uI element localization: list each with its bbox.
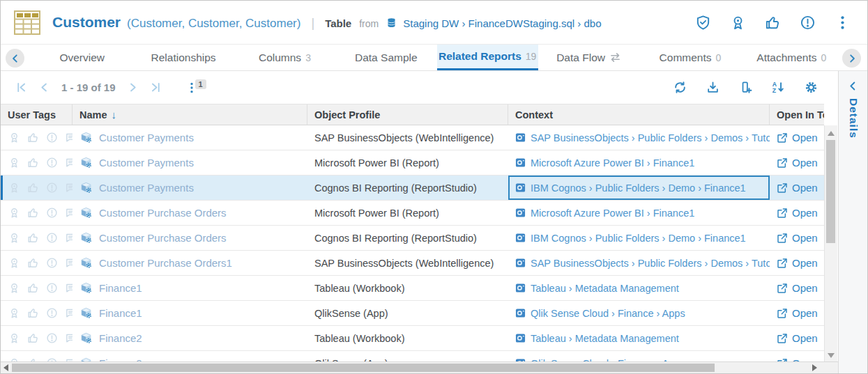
horizontal-scrollbar[interactable] (1, 361, 839, 373)
header-actions (695, 15, 856, 31)
tab-attachments[interactable]: Attachments0 (741, 45, 842, 70)
report-name-link[interactable]: Finance1 (99, 282, 142, 294)
report-name-link[interactable]: Customer Purchase Orders1 (99, 257, 232, 269)
open-link[interactable]: Open (792, 132, 818, 143)
report-name-link[interactable]: Customer Payments (99, 132, 194, 143)
tabs-scroll-left-button[interactable] (6, 49, 24, 68)
scroll-left-arrow[interactable] (3, 364, 8, 371)
view-options-button[interactable]: 1 (185, 81, 198, 94)
first-page-button[interactable] (15, 81, 27, 93)
tab-relationships[interactable]: Relationships (132, 45, 234, 70)
scroll-right-arrow[interactable] (812, 364, 817, 371)
thumbs-up-button[interactable] (765, 15, 781, 31)
open-link[interactable]: Open (792, 307, 818, 319)
open-link[interactable]: Open (792, 207, 818, 219)
tab-data-sample[interactable]: Data Sample (335, 45, 436, 70)
tab-label: Columns (259, 52, 301, 64)
alert-circle-button[interactable] (800, 15, 816, 31)
column-header-context[interactable]: Context (508, 104, 770, 125)
expand-details-chevron-icon[interactable] (848, 81, 858, 91)
context-breadcrumb-link[interactable]: Tableau › Metadata Management (531, 333, 679, 344)
table-row[interactable]: Customer PaymentsSAP BusinessObjects (We… (1, 125, 824, 150)
open-link[interactable]: Open (792, 232, 818, 244)
add-column-button[interactable] (739, 81, 752, 94)
table-row[interactable]: Customer PaymentsCognos BI Reporting (Re… (1, 176, 824, 201)
details-rail-label[interactable]: Details (847, 98, 860, 139)
sort-az-button[interactable]: AZ (772, 81, 785, 94)
table-row[interactable]: Customer Purchase Orders1SAP BusinessObj… (1, 251, 824, 276)
scroll-down-arrow[interactable] (828, 353, 835, 358)
name-cell: Finance2 (73, 326, 307, 350)
table-row[interactable]: Finance1Tableau (Workbook)Tableau › Meta… (1, 276, 824, 301)
column-header-object-profile[interactable]: Object Profile (307, 104, 508, 125)
refresh-button[interactable] (673, 81, 687, 94)
tabs-scroll-right-button[interactable] (842, 49, 861, 68)
external-link-icon (777, 233, 788, 244)
tab-overview[interactable]: Overview (31, 45, 132, 70)
report-name-link[interactable]: Finance1 (99, 307, 142, 319)
vertical-scrollbar[interactable] (824, 125, 837, 364)
tab-columns[interactable]: Columns3 (234, 45, 335, 70)
user-tags-cell (1, 176, 73, 200)
prev-page-button[interactable] (38, 81, 50, 93)
table-body: Customer PaymentsSAP BusinessObjects (We… (1, 125, 824, 364)
column-header-name[interactable]: Name ↓ (73, 104, 307, 125)
table-row[interactable]: Customer PaymentsMicrosoft Power BI (Rep… (1, 150, 824, 176)
tab-comments[interactable]: Comments0 (639, 45, 740, 70)
table-row[interactable]: Customer Purchase OrdersCognos BI Report… (1, 226, 824, 251)
column-label: Context (515, 109, 553, 120)
context-breadcrumb-link[interactable]: Microsoft Azure Power BI › Finance1 (531, 157, 694, 169)
alert-circle-icon (46, 257, 58, 269)
open-link[interactable]: Open (792, 182, 818, 194)
horizontal-scrollbar-thumb[interactable] (12, 364, 715, 372)
alert-circle-icon (46, 332, 58, 344)
object-profile-cell: SAP BusinessObjects (WebIntelligence) (307, 251, 508, 275)
table-row[interactable]: Finance2Tableau (Workbook)Tableau › Meta… (1, 326, 824, 351)
tab-related-reports[interactable]: Related Reports19 (437, 45, 538, 70)
last-page-button[interactable] (150, 81, 162, 93)
report-name-link[interactable]: Customer Purchase Orders (99, 232, 227, 244)
tab-label: Attachments (756, 52, 816, 64)
report-name-link[interactable]: Customer Payments (99, 157, 194, 169)
context-breadcrumb-link[interactable]: SAP BusinessObjects › Public Folders › D… (531, 258, 770, 269)
report-name-link[interactable]: Customer Payments (99, 182, 194, 194)
context-breadcrumb-link[interactable]: Qlik Sense Cloud › Finance › Apps (531, 308, 685, 319)
scroll-up-arrow[interactable] (828, 131, 835, 136)
report-name-link[interactable]: Finance2 (99, 332, 142, 344)
source-breadcrumb[interactable]: Staging DW › FinanceDWStaging.sql › dbo (403, 17, 601, 29)
next-page-button[interactable] (127, 81, 139, 93)
tab-data-flow[interactable]: Data Flow (538, 45, 639, 70)
swap-arrows-icon (609, 52, 621, 63)
sort-desc-icon[interactable]: ↓ (112, 109, 117, 120)
comment-icon (65, 132, 73, 143)
context-breadcrumb-link[interactable]: IBM Cognos › Public Folders › Demo › Fin… (531, 182, 746, 194)
open-link[interactable]: Open (792, 282, 818, 294)
context-breadcrumb-link[interactable]: IBM Cognos › Public Folders › Demo › Fin… (531, 233, 746, 244)
context-breadcrumb-link[interactable]: Tableau › Metadata Management (531, 283, 679, 294)
table-row[interactable]: Customer Purchase OrdersMicrosoft Power … (1, 201, 824, 226)
name-cell: Customer Payments (73, 150, 307, 175)
vertical-scrollbar-thumb[interactable] (826, 140, 835, 243)
column-header-user-tags[interactable]: User Tags (1, 104, 73, 125)
open-link[interactable]: Open (792, 157, 818, 169)
report-icon (79, 332, 93, 345)
download-button[interactable] (706, 81, 719, 94)
settings-gear-button[interactable] (805, 81, 818, 94)
certification-badge-button[interactable] (730, 15, 746, 31)
tab-label: Data Sample (355, 52, 418, 64)
report-name-link[interactable]: Customer Purchase Orders (99, 207, 227, 219)
name-cell: Customer Purchase Orders (73, 201, 307, 225)
table-row[interactable]: Finance1QlikSense (App)Qlik Sense Cloud … (1, 301, 824, 326)
context-cell: Qlik Sense Cloud › Finance › Apps (508, 301, 770, 325)
kebab-menu-button[interactable] (835, 15, 851, 31)
name-cell: Finance1 (73, 276, 307, 300)
column-header-open-in-tool[interactable]: Open In Tool (770, 104, 824, 125)
shield-check-button[interactable] (695, 15, 711, 31)
report-icon (79, 131, 93, 144)
open-link[interactable]: Open (792, 257, 818, 269)
open-link[interactable]: Open (792, 332, 818, 344)
alert-circle-icon (46, 282, 58, 294)
context-breadcrumb-link[interactable]: SAP BusinessObjects › Public Folders › D… (531, 132, 770, 143)
context-breadcrumb-link[interactable]: Microsoft Azure Power BI › Finance1 (531, 208, 694, 219)
comment-icon (65, 282, 73, 294)
